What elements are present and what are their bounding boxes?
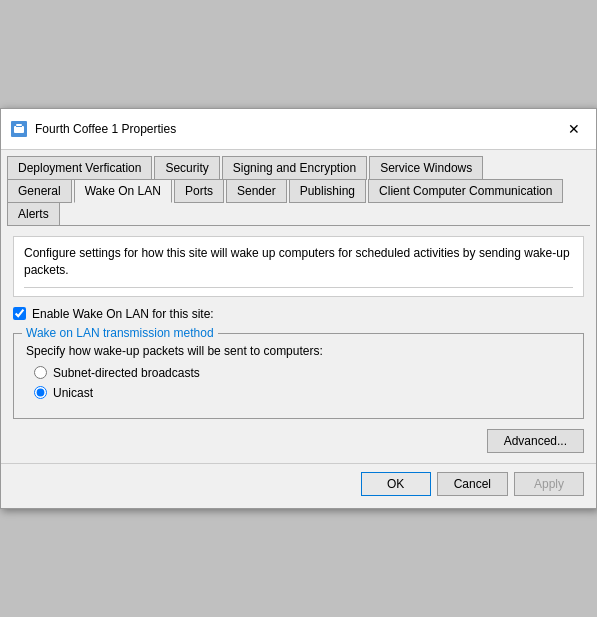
unicast-label: Unicast (53, 386, 93, 400)
description-text: Configure settings for how this site wil… (24, 246, 570, 277)
title-bar: Fourth Coffee 1 Properties ✕ (1, 109, 596, 150)
close-button[interactable]: ✕ (562, 117, 586, 141)
tab-content: Configure settings for how this site wil… (1, 226, 596, 463)
group-legend: Wake on LAN transmission method (22, 326, 218, 340)
advanced-row: Advanced... (13, 429, 584, 453)
svg-rect-3 (16, 124, 22, 126)
svg-rect-1 (14, 126, 24, 133)
tab-row-2: General Wake On LAN Ports Sender Publish… (1, 179, 596, 225)
tab-service-windows[interactable]: Service Windows (369, 156, 483, 180)
properties-dialog: Fourth Coffee 1 Properties ✕ Deployment … (0, 108, 597, 509)
app-icon (11, 121, 27, 137)
tab-wake-on-lan[interactable]: Wake On LAN (74, 179, 172, 203)
subnet-radio[interactable] (34, 366, 47, 379)
enable-wol-checkbox[interactable] (13, 307, 26, 320)
title-bar-left: Fourth Coffee 1 Properties (11, 121, 176, 137)
tab-client-computer[interactable]: Client Computer Communication (368, 179, 563, 203)
subnet-radio-row: Subnet-directed broadcasts (26, 366, 571, 380)
ok-button[interactable]: OK (361, 472, 431, 496)
tab-publishing[interactable]: Publishing (289, 179, 366, 203)
apply-button[interactable]: Apply (514, 472, 584, 496)
tab-signing[interactable]: Signing and Encryption (222, 156, 367, 180)
cancel-button[interactable]: Cancel (437, 472, 508, 496)
tab-row-1: Deployment Verfication Security Signing … (1, 150, 596, 179)
tab-ports[interactable]: Ports (174, 179, 224, 203)
unicast-radio-row: Unicast (26, 386, 571, 400)
description-box: Configure settings for how this site wil… (13, 236, 584, 297)
enable-wol-label: Enable Wake On LAN for this site: (32, 307, 214, 321)
footer: OK Cancel Apply (1, 463, 596, 508)
transmission-method-group: Wake on LAN transmission method Specify … (13, 333, 584, 419)
window-title: Fourth Coffee 1 Properties (35, 122, 176, 136)
group-description: Specify how wake-up packets will be sent… (26, 344, 571, 358)
tab-general[interactable]: General (7, 179, 72, 203)
subnet-label: Subnet-directed broadcasts (53, 366, 200, 380)
unicast-radio[interactable] (34, 386, 47, 399)
tab-deployment[interactable]: Deployment Verfication (7, 156, 152, 180)
tab-security[interactable]: Security (154, 156, 219, 180)
advanced-button[interactable]: Advanced... (487, 429, 584, 453)
tab-sender[interactable]: Sender (226, 179, 287, 203)
enable-wol-row: Enable Wake On LAN for this site: (13, 307, 584, 321)
tab-alerts[interactable]: Alerts (7, 202, 60, 226)
